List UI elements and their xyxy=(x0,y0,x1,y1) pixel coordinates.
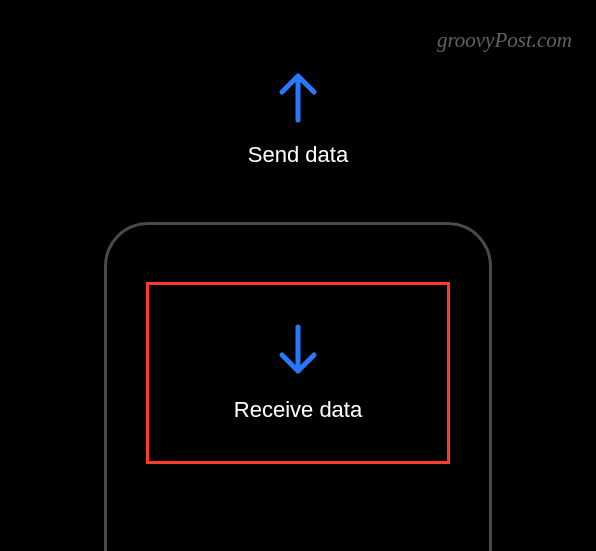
receive-data-label: Receive data xyxy=(234,397,362,423)
send-data-label: Send data xyxy=(248,142,348,168)
arrow-up-icon xyxy=(274,68,322,124)
receive-data-highlight-box[interactable]: Receive data xyxy=(146,282,450,464)
arrow-down-icon xyxy=(274,323,322,379)
send-data-option[interactable]: Send data xyxy=(0,68,596,168)
watermark-text: groovyPost.com xyxy=(437,28,572,53)
